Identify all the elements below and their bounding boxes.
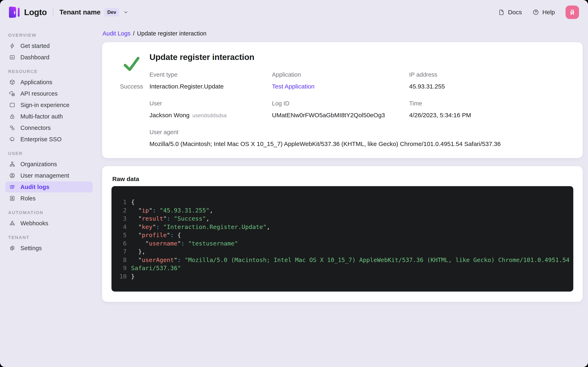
detail-grid: Event type Interaction.Register.Update A… bbox=[149, 71, 571, 147]
document-icon bbox=[498, 9, 505, 16]
connectors-icon bbox=[9, 125, 16, 131]
raw-data-code-block[interactable]: 1{2 "ip": "45.93.31.255",3 "result": "Su… bbox=[112, 186, 573, 292]
breadcrumb: Audit Logs / Update register interaction bbox=[103, 30, 583, 37]
field-value: 45.93.31.255 bbox=[409, 83, 571, 90]
code-token: " bbox=[163, 215, 167, 222]
field-label: Log ID bbox=[272, 100, 409, 107]
field-time: Time 4/26/2023, 5:34:16 PM bbox=[409, 100, 571, 119]
sidebar-section-tenant: TENANT bbox=[8, 235, 93, 240]
sidebar-item-audit-logs[interactable]: Audit logs bbox=[5, 182, 93, 192]
topbar-divider bbox=[53, 8, 53, 16]
line-number: 9 bbox=[116, 264, 127, 272]
field-label: Application bbox=[272, 71, 409, 78]
code-content: "result": "Success", bbox=[131, 215, 209, 223]
code-token: : bbox=[177, 257, 181, 263]
code-token: " bbox=[131, 232, 142, 239]
code-token: "Success" bbox=[170, 215, 206, 222]
code-content: } bbox=[131, 272, 135, 281]
code-token: }, bbox=[131, 248, 145, 255]
sidebar-item-label: User management bbox=[20, 172, 69, 179]
sidebar-item-api-resources[interactable]: API resources bbox=[5, 88, 93, 99]
docs-button[interactable]: Docs bbox=[498, 9, 522, 16]
help-button[interactable]: Help bbox=[532, 9, 555, 16]
sidebar-item-user-management[interactable]: User management bbox=[5, 170, 93, 181]
tenant-env-badge: Dev bbox=[104, 8, 119, 17]
breadcrumb-separator: / bbox=[133, 30, 135, 37]
application-link[interactable]: Test Application bbox=[272, 83, 409, 90]
sidebar-item-applications[interactable]: Applications bbox=[5, 77, 93, 88]
code-line: 3 "result": "Success", bbox=[116, 215, 568, 223]
code-line: 6 "username": "testusername" bbox=[116, 239, 568, 248]
code-content: "profile": { bbox=[131, 231, 181, 239]
sidebar-item-get-started[interactable]: Get started bbox=[5, 40, 93, 51]
topbar: Logto Tenant name Dev Docs Help й bbox=[0, 0, 588, 25]
field-log-id: Log ID UMatENw0rFWO5aGbMI8tY2Qol50eOg3 bbox=[272, 100, 409, 119]
code-token: : bbox=[156, 224, 159, 230]
line-number: 8 bbox=[116, 256, 127, 264]
field-event-type: Event type Interaction.Register.Update bbox=[149, 71, 272, 90]
code-token: key bbox=[142, 224, 152, 230]
field-value: Jackson Wonguseridsddsdsa bbox=[149, 112, 272, 119]
docs-label: Docs bbox=[508, 9, 522, 16]
sidebar-item-settings[interactable]: Settings bbox=[5, 243, 93, 254]
sidebar-item-sign-in-experience[interactable]: Sign-in experience bbox=[5, 100, 93, 110]
code-token: " bbox=[131, 215, 142, 222]
lock-icon bbox=[9, 113, 16, 120]
code-line: 2 "ip": "45.93.31.255", bbox=[116, 206, 568, 215]
bolt-icon bbox=[9, 43, 16, 49]
sidebar-item-webhooks[interactable]: Webhooks bbox=[5, 218, 93, 229]
sidebar-item-dashboard[interactable]: Dashboard bbox=[5, 52, 93, 63]
sidebar-item-roles[interactable]: Roles bbox=[5, 193, 93, 204]
sidebar-item-connectors[interactable]: Connectors bbox=[5, 122, 93, 133]
sidebar-item-label: Organizations bbox=[20, 161, 57, 167]
line-number: 3 bbox=[116, 215, 127, 223]
gear-icon bbox=[9, 245, 16, 251]
field-label: Event type bbox=[149, 71, 272, 78]
code-line: 5 "profile": { bbox=[116, 231, 568, 239]
code-content: }, bbox=[131, 248, 145, 256]
sidebar-item-label: Get started bbox=[20, 43, 50, 49]
sidebar-item-enterprise-sso[interactable]: Enterprise SSO bbox=[5, 134, 93, 145]
status-text: Success bbox=[120, 83, 143, 90]
code-token: ip bbox=[142, 207, 149, 214]
logo-handle-shape bbox=[14, 11, 15, 14]
sidebar-item-label: Dashboard bbox=[20, 54, 49, 61]
sidebar-section-overview: OVERVIEW bbox=[8, 33, 93, 38]
webhook-icon bbox=[9, 220, 16, 226]
sidebar-item-label: Multi-factor auth bbox=[20, 113, 63, 120]
sidebar-section-resource: RESOURCE bbox=[8, 69, 93, 74]
code-content: "userAgent": "Mozilla/5.0 (Macintosh; In… bbox=[131, 256, 570, 264]
code-token: "45.93.31.255" bbox=[156, 207, 209, 214]
code-line: 1{ bbox=[116, 198, 568, 206]
page-title: Update register interaction bbox=[149, 52, 571, 62]
code-token: "Interaction.Register.Update" bbox=[160, 224, 267, 230]
logto-logo-icon bbox=[9, 6, 20, 18]
audit-list-icon bbox=[9, 184, 16, 190]
code-line: 7 }, bbox=[116, 248, 568, 256]
user-link[interactable]: Jackson Wong bbox=[149, 112, 190, 118]
sidebar-item-organizations[interactable]: Organizations bbox=[5, 159, 93, 170]
code-token: " bbox=[131, 207, 142, 214]
tenant-selector[interactable]: Tenant name Dev bbox=[60, 8, 129, 17]
sidebar-item-label: API resources bbox=[20, 90, 58, 97]
code-token: , bbox=[206, 215, 209, 222]
user-avatar[interactable]: й bbox=[566, 6, 579, 19]
cloud-stack-icon bbox=[9, 90, 16, 97]
line-number: 5 bbox=[116, 231, 127, 239]
raw-data-card: Raw data 1{2 "ip": "45.93.31.255",3 "res… bbox=[102, 166, 583, 302]
code-token: { bbox=[131, 199, 135, 206]
sidebar-item-label: Applications bbox=[20, 79, 52, 86]
code-token: "Mozilla/5.0 (Macintosh; Intel Mac OS X … bbox=[181, 257, 570, 263]
line-number: 7 bbox=[116, 248, 127, 256]
breadcrumb-audit-logs-link[interactable]: Audit Logs bbox=[103, 30, 130, 37]
code-token: " bbox=[177, 240, 181, 247]
sidebar: OVERVIEW Get started Dashboard RESOURCE … bbox=[0, 25, 98, 367]
code-token: , bbox=[209, 207, 213, 214]
code-token: " bbox=[149, 207, 152, 214]
cloud-key-icon bbox=[9, 136, 16, 142]
sidebar-item-mfa[interactable]: Multi-factor auth bbox=[5, 111, 93, 122]
field-value: UMatENw0rFWO5aGbMI8tY2Qol50eOg3 bbox=[272, 112, 409, 119]
field-user-agent: User agent Mozilla/5.0 (Macintosh; Intel… bbox=[149, 129, 571, 147]
code-token: username bbox=[149, 240, 177, 247]
tenant-name: Tenant name bbox=[60, 8, 100, 16]
